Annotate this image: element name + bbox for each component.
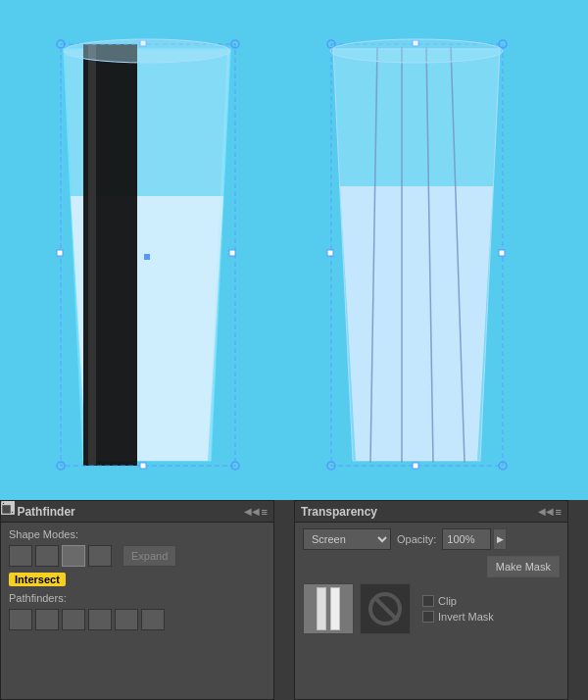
pathfinder-collapse-button[interactable]: ◀◀ — [244, 506, 260, 518]
invert-mask-label: Invert Mask — [438, 611, 494, 623]
left-glass-svg — [0, 0, 588, 500]
svg-rect-9 — [140, 463, 146, 469]
transparency-panel-header: Transparency ◀◀ ≡ — [295, 501, 567, 523]
panel-spacer — [274, 500, 284, 700]
svg-rect-10 — [144, 254, 150, 260]
svg-rect-45 — [2, 505, 11, 514]
shape-modes-row: Expand — [9, 545, 266, 567]
blend-mode-select[interactable]: Normal Multiply Screen Overlay — [303, 528, 391, 550]
pathfinder-menu-button[interactable]: ≡ — [262, 506, 268, 518]
blend-mode-row: Normal Multiply Screen Overlay Opacity: … — [303, 528, 560, 550]
shape-modes-label: Shape Modes: — [9, 528, 266, 540]
make-mask-button[interactable]: Make Mask — [487, 556, 560, 577]
intersect-button[interactable] — [62, 545, 85, 567]
merge-button[interactable] — [62, 609, 85, 630]
trim-button[interactable] — [35, 609, 59, 630]
exclude-button[interactable] — [88, 545, 112, 567]
svg-point-23 — [64, 39, 230, 63]
pathfinders-label: Pathfinders: — [9, 592, 266, 604]
svg-rect-21 — [499, 250, 505, 256]
divide-button[interactable] — [9, 609, 32, 630]
clip-row: Clip — [422, 595, 494, 607]
invert-mask-row: Invert Mask — [422, 611, 494, 623]
transparency-panel-title: Transparency — [301, 505, 377, 519]
opacity-label: Opacity: — [397, 533, 436, 545]
pathfinder-panel-header: × Pathfinder ◀◀ ≡ — [1, 501, 273, 523]
transparency-collapse-button[interactable]: ◀◀ — [538, 506, 554, 518]
mask-options: Clip Invert Mask — [422, 595, 494, 623]
outline-button[interactable] — [115, 609, 138, 630]
mask-thumbnail[interactable] — [360, 583, 411, 634]
minus-back-button[interactable] — [141, 609, 165, 630]
svg-rect-1 — [88, 44, 96, 466]
opacity-arrow-button[interactable]: ▶ — [493, 528, 507, 550]
object-thumbnail[interactable] — [303, 583, 354, 634]
panels-row: × Pathfinder ◀◀ ≡ Shape Modes: — [0, 500, 588, 700]
make-mask-row: Make Mask — [303, 556, 560, 577]
svg-rect-7 — [57, 250, 63, 256]
pathfinder-panel: × Pathfinder ◀◀ ≡ Shape Modes: — [0, 500, 274, 700]
crop-button[interactable] — [88, 609, 112, 630]
intersect-badge: Intersect — [9, 573, 66, 586]
svg-rect-8 — [229, 250, 235, 256]
clip-label: Clip — [438, 595, 457, 607]
minus-front-button[interactable] — [35, 545, 59, 567]
clip-checkbox[interactable] — [422, 595, 434, 607]
pathfinders-row — [9, 609, 266, 630]
expand-button[interactable]: Expand — [122, 545, 176, 567]
no-mask-icon — [368, 592, 402, 625]
transparency-menu-button[interactable]: ≡ — [556, 506, 562, 518]
canvas-area — [0, 0, 588, 500]
invert-mask-checkbox[interactable] — [422, 611, 434, 623]
svg-rect-22 — [413, 463, 418, 469]
opacity-input[interactable] — [442, 528, 491, 550]
transparency-panel: Transparency ◀◀ ≡ Normal Multiply Screen… — [294, 500, 568, 700]
intersect-row: Intersect — [9, 573, 266, 586]
svg-point-24 — [330, 39, 503, 63]
unite-button[interactable] — [9, 545, 32, 567]
svg-rect-20 — [327, 250, 333, 256]
thumbnail-area: Clip Invert Mask — [303, 583, 560, 634]
pathfinder-panel-title: Pathfinder — [17, 505, 74, 519]
